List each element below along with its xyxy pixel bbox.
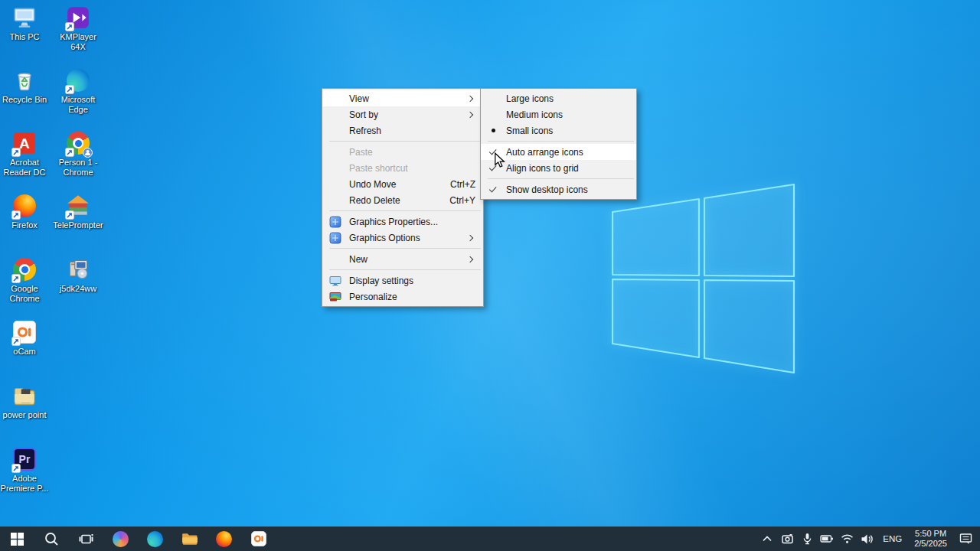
desktop-icon-power-point-folder[interactable]: power point (0, 383, 51, 420)
copilot-button[interactable] (103, 527, 138, 551)
submenu-item-large-icons[interactable]: Large icons (481, 90, 636, 106)
menu-shortcut-text: Ctrl+Z (450, 179, 475, 190)
chevron-right-icon (467, 256, 473, 262)
search-button[interactable] (34, 527, 69, 551)
menu-item-graphics-options[interactable]: Graphics Options (322, 230, 483, 246)
desktop-icon-label: This PC (0, 32, 51, 42)
language-indicator[interactable]: ENG (877, 534, 907, 543)
chevron-right-icon (467, 95, 473, 101)
volume-tray-button[interactable] (858, 527, 876, 551)
microphone-tray-button[interactable] (798, 527, 816, 551)
ocam-icon (251, 531, 266, 546)
submenu-item-small-icons[interactable]: Small icons (481, 122, 636, 139)
shortcut-arrow-icon (65, 85, 74, 94)
desktop-icon-adobe-premiere[interactable]: Pr Adobe Premiere P... (0, 446, 51, 494)
menu-shortcut-text: Ctrl+Y (449, 195, 475, 206)
menu-item-redo-delete[interactable]: Redo Delete Ctrl+Y (322, 192, 483, 208)
desktop-icon-acrobat-reader[interactable]: A Acrobat Reader DC (0, 130, 51, 178)
task-view-button[interactable] (69, 527, 103, 551)
file-explorer-button[interactable] (172, 527, 207, 551)
clock-time: 5:50 PM (914, 529, 947, 539)
task-view-icon (79, 533, 93, 546)
screen-recorder-tray-button[interactable] (778, 527, 796, 551)
desktop-icon-label: Recycle Bin (0, 95, 51, 105)
battery-tray-button[interactable] (818, 527, 836, 551)
menu-item-view[interactable]: View (322, 90, 483, 106)
screen-recorder-icon (781, 533, 794, 545)
desktop-icon-label: KMPlayer 64X (51, 32, 105, 52)
menu-item-graphics-properties[interactable]: Graphics Properties... (322, 214, 483, 230)
menu-item-new[interactable]: New (322, 251, 483, 267)
ocam-taskbar-button[interactable] (241, 527, 276, 551)
menu-separator (488, 178, 634, 179)
action-center-button[interactable] (954, 527, 977, 551)
chevron-right-icon (467, 234, 473, 240)
menu-item-paste-shortcut[interactable]: Paste shortcut (322, 160, 483, 176)
menu-item-paste[interactable]: Paste (322, 144, 483, 160)
person-badge-icon (83, 148, 93, 158)
desktop-icon-person1-chrome[interactable]: Person 1 - Chrome (51, 130, 105, 178)
menu-item-label: Undo Move (349, 179, 396, 190)
shortcut-arrow-icon (11, 210, 21, 220)
firefox-taskbar-button[interactable] (207, 527, 241, 551)
action-center-icon (959, 533, 972, 545)
hidden-icons-button[interactable] (758, 527, 776, 551)
desktop-icon-teleprompter[interactable]: TelePrompter (51, 193, 105, 230)
menu-separator (488, 141, 634, 142)
this-pc-icon (11, 5, 38, 31)
taskbar: ENG 5:50 PM 2/5/2025 (0, 527, 980, 551)
menu-item-label: Paste shortcut (349, 163, 408, 174)
edge-taskbar-button[interactable] (138, 527, 172, 551)
shortcut-arrow-icon (65, 210, 74, 220)
menu-item-undo-move[interactable]: Undo Move Ctrl+Z (322, 176, 483, 192)
menu-item-personalize[interactable]: Personalize (322, 289, 483, 305)
graphics-icon (329, 216, 341, 228)
start-button[interactable] (0, 527, 34, 551)
copilot-icon (113, 531, 129, 547)
installer-icon (65, 256, 91, 282)
submenu-item-medium-icons[interactable]: Medium icons (481, 106, 636, 122)
checkmark-icon (489, 184, 496, 192)
wifi-icon (841, 533, 854, 544)
shortcut-arrow-icon (11, 274, 21, 283)
wifi-tray-button[interactable] (838, 527, 856, 551)
search-icon (44, 532, 59, 546)
menu-item-sort-by[interactable]: Sort by (322, 106, 483, 122)
mouse-cursor (494, 152, 506, 168)
edge-icon (147, 531, 163, 547)
desktop-icon-google-chrome[interactable]: Google Chrome (0, 256, 51, 304)
desktop-icon-label: Microsoft Edge (51, 95, 105, 115)
desktop-icon-microsoft-edge[interactable]: Microsoft Edge (51, 67, 105, 115)
menu-item-refresh[interactable]: Refresh (322, 122, 483, 139)
menu-item-label: Refresh (349, 126, 381, 136)
desktop-icon-firefox[interactable]: Firefox (0, 193, 51, 230)
desktop-icon-label: Firefox (0, 220, 51, 230)
firefox-icon (216, 531, 232, 547)
desktop[interactable]: This PC KMPlayer 64X Recycle Bin (0, 0, 980, 551)
clock[interactable]: 5:50 PM 2/5/2025 (909, 529, 952, 549)
desktop-icon-label: Adobe Premiere P... (0, 474, 51, 494)
desktop-icon-recycle-bin[interactable]: Recycle Bin (0, 67, 51, 105)
desktop-icon-label: oCam (0, 347, 51, 357)
menu-item-display-settings[interactable]: Display settings (322, 272, 483, 289)
desktop-icon-label: Person 1 - Chrome (51, 158, 105, 178)
menu-item-label: Large icons (506, 93, 554, 104)
shortcut-arrow-icon (11, 464, 21, 473)
desktop-icon-kmplayer[interactable]: KMPlayer 64X (51, 5, 105, 52)
desktop-icon-label: Acrobat Reader DC (0, 158, 51, 178)
desktop-icon-this-pc[interactable]: This PC (0, 5, 51, 42)
shortcut-arrow-icon (11, 337, 21, 346)
desktop-icon-label: TelePrompter (51, 220, 105, 230)
recycle-bin-icon (11, 67, 38, 93)
menu-item-label: Sort by (349, 109, 378, 120)
hidden-icons-chevron-icon (762, 534, 773, 543)
desktop-icon-j5dk24ww[interactable]: j5dk24ww (51, 256, 105, 294)
desktop-icon-ocam[interactable]: oCam (0, 319, 51, 357)
display-icon (329, 275, 341, 287)
menu-item-label: Redo Delete (349, 195, 400, 206)
submenu-item-show-desktop-icons[interactable]: Show desktop icons (481, 181, 636, 197)
menu-item-label: Small icons (506, 126, 553, 136)
menu-separator (329, 269, 481, 270)
desktop-icon-label: power point (0, 410, 51, 420)
shortcut-arrow-icon (11, 148, 21, 157)
